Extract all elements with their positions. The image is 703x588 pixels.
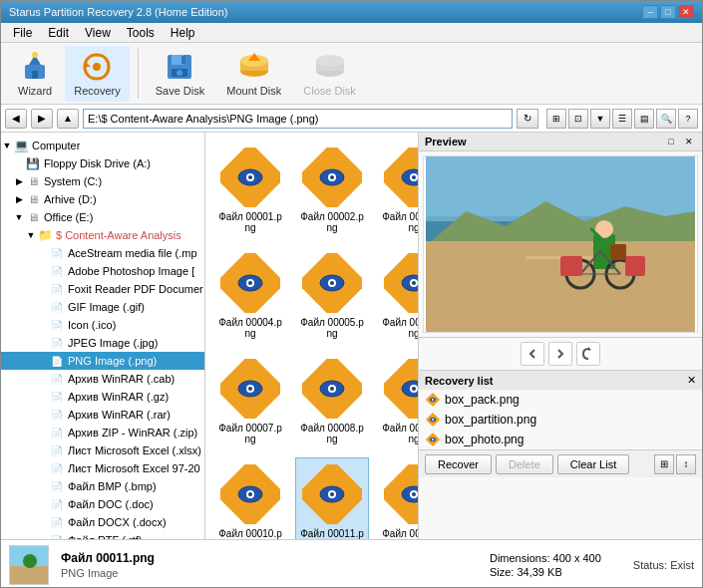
tree-item-archive-d[interactable]: ▶ 🖥 Arhive (D:) [1,190,204,208]
recover-button[interactable]: Recover [425,454,492,474]
file-item-8[interactable]: Файл 00008.png [295,352,369,449]
svg-point-29 [412,175,416,179]
tree-item-winrar-zip[interactable]: 📄 Архив ZIP - WinRAR (.zip) [1,424,204,441]
wizard-button[interactable]: Wizard [9,46,61,102]
nav-up-button[interactable]: ▲ [57,109,79,129]
svg-point-57 [248,492,252,496]
preview-close-button[interactable]: ✕ [682,135,696,148]
close-disk-icon [314,51,346,83]
tree-item-winrar-gz[interactable]: 📄 Архив WinRAR (.gz) [1,388,204,406]
menu-view[interactable]: View [77,24,119,42]
tree-item-rtf[interactable]: 📄 Файл RTF (.rtf) [1,531,204,539]
view-details[interactable]: ▤ [634,109,654,129]
file-thumbnail-5 [300,251,364,315]
prev-file-button[interactable] [521,342,544,366]
maximize-button[interactable]: □ [660,5,676,19]
clear-list-button[interactable]: Clear List [557,454,629,474]
preview-float-button[interactable]: □ [664,135,678,148]
tree-item-office-e[interactable]: ▼ 🖥 Office (E:) [1,208,204,226]
close-button[interactable]: ✕ [678,5,694,19]
tree-item-excel-xlsx[interactable]: 📄 Лист Microsoft Excel (.xlsx) [1,441,204,459]
rotate-button[interactable] [576,342,600,366]
tree-item-doc[interactable]: 📄 Файл DOC (.doc) [1,495,204,513]
file-item-7[interactable]: Файл 00007.png [213,352,287,449]
recovery-item-1[interactable]: box_pack.png [419,390,702,410]
address-input[interactable] [83,109,513,129]
drive-d-icon: 🖥 [25,191,41,207]
tree-label-xls97: Лист Microsoft Excel 97-20 [68,462,200,474]
close-disk-button[interactable]: Close Disk [294,46,365,102]
expand-d[interactable]: ▶ [13,194,25,204]
expand-e[interactable]: ▼ [13,212,25,222]
expand-content[interactable]: ▼ [25,230,37,240]
file-item-1[interactable]: Файл 00001.png [213,141,287,238]
tree-item-gif[interactable]: 📄 GIF Image (.gif) [1,298,204,316]
file-item-3[interactable]: Файл 00003.png [377,141,418,238]
save-disk-button[interactable]: Save Disk [147,46,214,102]
tree-item-winrar-cab[interactable]: 📄 Архив WinRAR (.cab) [1,370,204,388]
menu-bar: File Edit View Tools Help [1,23,702,43]
file-item-12[interactable]: Файл 00012.png [377,457,418,539]
view-buttons: ⊞ ⊡ ▼ ☰ ▤ 🔍 ? [546,109,698,129]
tree-item-winrar-rar[interactable]: 📄 Архив WinRAR (.rar) [1,406,204,424]
sort-button-2[interactable]: ↕ [676,454,696,474]
file-item-11[interactable]: Файл 00011.png [295,457,369,539]
tree-item-computer[interactable]: ▼ 💻 Computer [1,137,204,154]
view-list[interactable]: ☰ [612,109,632,129]
tree-label-zip: Архив ZIP - WinRAR (.zip) [68,427,197,439]
tree-label-docx: Файл DOCX (.docx) [68,516,167,528]
sort-button-1[interactable]: ⊞ [654,454,674,474]
file-item-4[interactable]: Файл 00004.png [213,246,287,344]
docx-icon: 📄 [49,514,65,530]
tree-item-jpeg[interactable]: 📄 JPEG Image (.jpg) [1,334,204,352]
tree-item-foxit[interactable]: 📄 Foxit Reader PDF Documer [1,280,204,298]
menu-tools[interactable]: Tools [119,24,163,42]
nav-forward-button[interactable]: ▶ [31,109,53,129]
tree-item-excel-97[interactable]: 📄 Лист Microsoft Excel 97-20 [1,459,204,477]
menu-file[interactable]: File [5,24,40,42]
menu-edit[interactable]: Edit [40,24,77,42]
nav-back-button[interactable]: ◀ [5,109,27,129]
svg-point-2 [32,52,38,58]
expand-icon[interactable]: ▼ [1,141,13,150]
tree-item-acestream[interactable]: 📄 AceStream media file (.mp [1,244,204,262]
file-item-5[interactable]: Файл 00005.png [295,246,369,344]
file-item-10[interactable]: Файл 00010.png [213,457,287,539]
tree-label-xlsx: Лист Microsoft Excel (.xlsx) [68,444,201,456]
file-item-2[interactable]: Файл 00002.png [295,141,369,238]
png-icon: 📄 [49,353,65,369]
tree-item-docx[interactable]: 📄 Файл DOCX (.docx) [1,513,204,531]
gz-icon: 📄 [49,389,65,405]
expand-c[interactable]: ▶ [13,176,25,186]
mount-disk-button[interactable]: Mount Disk [217,46,290,102]
file-thumbnail-9 [382,357,418,421]
tree-item-photoshop[interactable]: 📄 Adobe Photoshop Image [ [1,262,204,280]
file-item-6[interactable]: Файл 00006.png [377,246,418,344]
view-small-icons[interactable]: ⊡ [568,109,588,129]
delete-button[interactable]: Delete [496,454,553,474]
drive-e-icon: 🖥 [25,209,41,225]
file-thumbnail-2 [300,146,364,209]
tree-item-png[interactable]: 📄 PNG Image (.png) [1,352,204,370]
help-button[interactable]: ? [678,109,698,129]
view-large-icons[interactable]: ⊞ [546,109,566,129]
tree-item-floppy[interactable]: 💾 Floppy Disk Drive (A:) [1,154,204,172]
search-button[interactable]: 🔍 [656,109,676,129]
tree-item-system-c[interactable]: ▶ 🖥 System (C:) [1,172,204,190]
svg-point-61 [330,492,334,496]
file-item-9[interactable]: Файл 00009.png [377,352,418,449]
menu-help[interactable]: Help [163,24,203,42]
svg-point-41 [412,281,416,285]
tree-item-content-aware[interactable]: ▼ 📁 $ Content-Aware Analysis [1,226,204,244]
tree-item-ico[interactable]: 📄 Icon (.ico) [1,316,204,334]
refresh-button[interactable]: ↻ [517,109,538,129]
minimize-button[interactable]: – [642,5,658,19]
recovery-item-2[interactable]: box_partition.png [419,410,702,430]
recovery-button[interactable]: Recovery [65,46,129,102]
next-file-button[interactable] [548,342,572,366]
tree-label-foxit: Foxit Reader PDF Documer [68,283,203,295]
filter-button[interactable]: ▼ [590,109,610,129]
recovery-list-close-button[interactable]: ✕ [687,374,696,387]
tree-item-bmp[interactable]: 📄 Файл BMP (.bmp) [1,477,204,495]
recovery-item-3[interactable]: box_photo.png [419,430,702,449]
